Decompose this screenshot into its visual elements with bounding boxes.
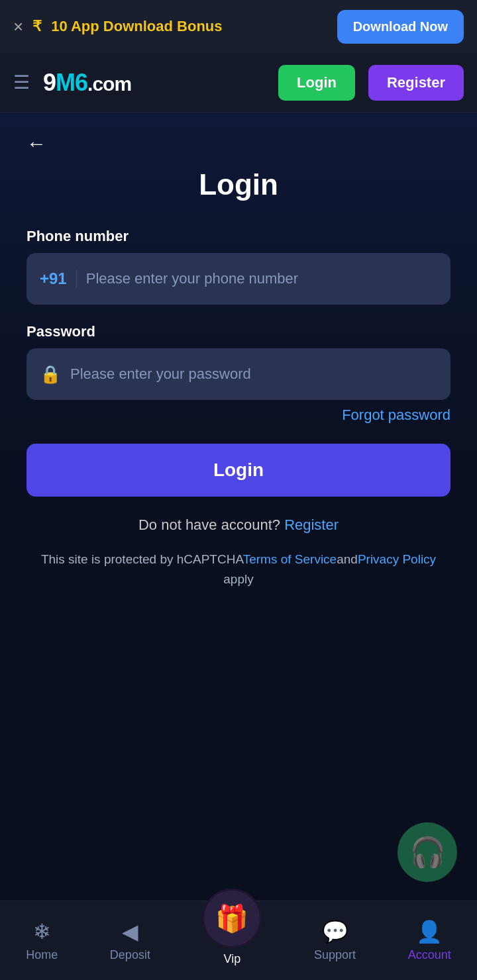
support-icon: 💬 xyxy=(322,919,348,944)
login-title: Login xyxy=(26,168,450,201)
captcha-notice: This site is protected by hCAPTCHATerms … xyxy=(26,550,450,590)
phone-input[interactable] xyxy=(86,270,437,287)
no-account-text: Do not have account? Register xyxy=(26,516,450,534)
home-icon: ❄ xyxy=(33,919,51,944)
close-icon[interactable]: × xyxy=(13,17,23,37)
password-input[interactable] xyxy=(70,366,437,383)
nav-item-account[interactable]: 👤 Account xyxy=(408,919,451,962)
back-button[interactable]: ← xyxy=(26,132,450,155)
bottom-nav: ❄ Home ◀ Deposit 🎁 Vip 💬 Support 👤 Accou… xyxy=(0,901,477,980)
nav-label-account: Account xyxy=(408,948,451,962)
nav-register-button[interactable]: Register xyxy=(368,65,464,101)
back-arrow-icon: ← xyxy=(26,132,46,155)
nav-label-vip: Vip xyxy=(224,952,241,966)
phone-label: Phone number xyxy=(26,228,450,245)
nav-item-support[interactable]: 💬 Support xyxy=(314,919,356,962)
nav-label-home: Home xyxy=(26,948,58,962)
forgot-password-link[interactable]: Forgot password xyxy=(26,407,450,424)
password-label: Password xyxy=(26,323,450,340)
privacy-link[interactable]: Privacy Policy xyxy=(358,552,436,566)
phone-input-wrapper: +91 xyxy=(26,253,450,305)
account-icon: 👤 xyxy=(416,919,443,944)
register-link[interactable]: Register xyxy=(284,516,339,533)
password-input-wrapper: 🔒 xyxy=(26,348,450,400)
deposit-icon: ◀ xyxy=(122,919,138,944)
nav-item-vip[interactable]: 🎁 Vip xyxy=(202,889,262,966)
vip-circle: 🎁 xyxy=(202,889,262,948)
vip-icon: 🎁 xyxy=(215,903,248,934)
nav-label-support: Support xyxy=(314,948,356,962)
main-content: ← Login Phone number +91 Password 🔒 Forg… xyxy=(0,113,477,907)
top-banner: × ₹ 10 App Download Bonus Download Now xyxy=(0,0,477,53)
login-submit-button[interactable]: Login xyxy=(26,444,450,497)
nav-header: ☰ 9M6.com Login Register xyxy=(0,53,477,113)
download-now-button[interactable]: Download Now xyxy=(337,10,464,44)
lock-icon: 🔒 xyxy=(40,364,61,385)
support-fab-button[interactable]: 🎧 xyxy=(398,822,457,882)
nav-login-button[interactable]: Login xyxy=(278,65,355,101)
nav-item-deposit[interactable]: ◀ Deposit xyxy=(110,919,150,962)
headset-icon: 🎧 xyxy=(409,835,446,869)
nav-label-deposit: Deposit xyxy=(110,948,150,962)
bonus-rupee: ₹ xyxy=(32,18,42,35)
password-field-group: Password 🔒 xyxy=(26,323,450,400)
hamburger-icon[interactable]: ☰ xyxy=(13,72,30,93)
phone-prefix: +91 xyxy=(40,270,77,288)
nav-item-home[interactable]: ❄ Home xyxy=(26,919,58,962)
terms-link[interactable]: Terms of Service xyxy=(243,552,337,566)
logo: 9M6.com xyxy=(43,69,265,97)
phone-field-group: Phone number +91 xyxy=(26,228,450,305)
login-form: Login Phone number +91 Password 🔒 Forgot… xyxy=(26,168,450,590)
bonus-text: 10 App Download Bonus xyxy=(51,18,327,35)
